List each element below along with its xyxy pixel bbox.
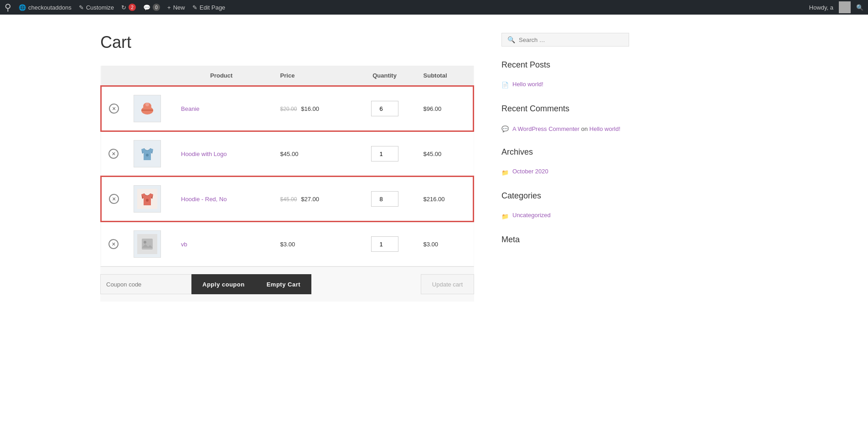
product-name-cell: Beanie	[174, 86, 273, 131]
cart-rows: × Beanie $20.00 $16.00 $96.00 ×	[101, 86, 474, 266]
archives-list: 📁 October 2020	[501, 168, 629, 177]
comment-icon: 💬	[501, 125, 509, 132]
remove-button[interactable]: ×	[108, 239, 119, 249]
new-link[interactable]: + New	[167, 4, 185, 11]
user-avatar[interactable]	[839, 1, 851, 13]
table-row: × Beanie $20.00 $16.00 $96.00	[101, 86, 474, 131]
price-cell: $20.00 $16.00	[273, 86, 353, 131]
recent-comments-section: Recent Comments 💬 A WordPress Commenter …	[501, 104, 629, 134]
thumb-cell	[126, 131, 174, 177]
product-thumb	[134, 185, 161, 213]
product-link[interactable]: Hoodie with Logo	[181, 151, 227, 157]
header-product: Product	[174, 66, 273, 86]
comments-link[interactable]: 💬 0	[143, 4, 160, 11]
price-cell: $45.00	[273, 131, 353, 177]
svg-rect-11	[142, 239, 153, 250]
product-name-cell: vb	[174, 222, 273, 266]
svg-point-12	[144, 241, 146, 244]
recent-posts-heading: Recent Posts	[501, 60, 629, 73]
remove-cell: ×	[101, 131, 127, 177]
cart-table-header: Product Price Quantity Subtotal	[101, 66, 474, 86]
remove-cell: ×	[101, 86, 127, 131]
sidebar: 🔍 Recent Posts 📄 Hello world! Recent Com…	[501, 33, 629, 302]
apply-coupon-button[interactable]: Apply coupon	[191, 274, 256, 294]
quantity-input[interactable]	[371, 146, 398, 161]
comment-post-link[interactable]: Hello world!	[589, 125, 620, 132]
search-icon[interactable]: 🔍	[856, 4, 863, 11]
subtotal-cell: $96.00	[416, 86, 474, 131]
table-row: × vb $3.00 $3.00	[101, 222, 474, 266]
meta-heading: Meta	[501, 235, 629, 248]
list-item: 📁 October 2020	[501, 168, 629, 177]
quantity-cell	[353, 177, 416, 222]
remove-button[interactable]: ×	[108, 149, 119, 159]
thumb-cell	[126, 86, 174, 131]
price-current: $3.00	[280, 241, 295, 248]
recent-posts-list: 📄 Hello world!	[501, 81, 629, 90]
svg-point-7	[146, 154, 149, 156]
main-content: Cart Product Price Quantity Subtotal ×	[100, 33, 474, 302]
customize-link[interactable]: ✎ Customize	[79, 4, 114, 11]
edit-page-link[interactable]: ✎ Edit Page	[192, 4, 225, 11]
list-item: 📁 Uncategorized	[501, 212, 629, 221]
product-thumb	[134, 230, 161, 258]
table-row: × Hoodie with Logo $45.00 $45.00	[101, 131, 474, 177]
remove-cell: ×	[101, 222, 127, 266]
quantity-input[interactable]	[371, 191, 398, 207]
commenter-link[interactable]: A WordPress Commenter	[512, 125, 579, 132]
product-name-cell: Hoodie - Red, No	[174, 177, 273, 222]
doc-icon: 📄	[501, 82, 509, 89]
header-thumb	[126, 66, 174, 86]
table-row: × Hoodie - Red, No $45.00 $27.00 $216.00	[101, 177, 474, 222]
cart-actions: Apply coupon Empty Cart Update cart	[100, 266, 474, 302]
recent-comments-heading: Recent Comments	[501, 104, 629, 117]
pencil-icon: ✎	[192, 4, 197, 11]
update-cart-button[interactable]: Update cart	[421, 274, 474, 294]
price-current: $16.00	[301, 105, 319, 112]
quantity-cell	[353, 131, 416, 177]
updates-link[interactable]: ↻ 2	[121, 4, 136, 11]
header-remove	[101, 66, 127, 86]
price-original: $45.00	[280, 196, 297, 203]
subtotal-cell: $3.00	[416, 222, 474, 266]
search-box[interactable]: 🔍	[501, 33, 629, 47]
wp-logo-icon[interactable]: ⚲	[5, 2, 11, 13]
site-name[interactable]: 🌐 checkoutaddons	[19, 4, 72, 11]
thumb-cell	[126, 222, 174, 266]
price-original: $20.00	[280, 106, 297, 112]
category-link[interactable]: Uncategorized	[512, 212, 551, 219]
remove-button[interactable]: ×	[109, 194, 119, 204]
product-thumb	[134, 95, 161, 122]
comments-icon: 💬	[143, 4, 150, 11]
product-link[interactable]: vb	[181, 241, 187, 248]
archive-link[interactable]: October 2020	[512, 168, 548, 175]
remove-cell: ×	[101, 177, 127, 222]
post-link[interactable]: Hello world!	[512, 81, 543, 88]
comment-text: A WordPress Commenter on Hello world!	[512, 125, 620, 134]
quantity-input[interactable]	[371, 101, 398, 116]
archives-section: Archives 📁 October 2020	[501, 147, 629, 177]
meta-section: Meta	[501, 235, 629, 248]
recent-posts-section: Recent Posts 📄 Hello world!	[501, 60, 629, 90]
empty-cart-button[interactable]: Empty Cart	[256, 274, 311, 294]
price-current: $45.00	[280, 151, 299, 157]
page-title: Cart	[100, 33, 474, 52]
product-link[interactable]: Beanie	[181, 105, 199, 112]
quantity-input[interactable]	[371, 236, 398, 252]
price-current: $27.00	[301, 196, 319, 203]
list-item: 📄 Hello world!	[501, 81, 629, 90]
svg-point-9	[146, 199, 149, 202]
remove-button[interactable]: ×	[109, 104, 119, 114]
product-link[interactable]: Hoodie - Red, No	[181, 196, 227, 203]
header-price: Price	[273, 66, 353, 86]
folder-icon: 📁	[501, 169, 509, 176]
customize-icon: ✎	[79, 4, 84, 11]
site-icon: 🌐	[19, 4, 26, 11]
categories-list: 📁 Uncategorized	[501, 212, 629, 221]
list-item: 💬 A WordPress Commenter on Hello world!	[501, 125, 629, 134]
search-icon: 🔍	[507, 36, 515, 43]
header-subtotal: Subtotal	[416, 66, 474, 86]
recent-comments-list: 💬 A WordPress Commenter on Hello world!	[501, 125, 629, 134]
coupon-input[interactable]	[100, 274, 191, 294]
search-input[interactable]	[519, 36, 623, 43]
